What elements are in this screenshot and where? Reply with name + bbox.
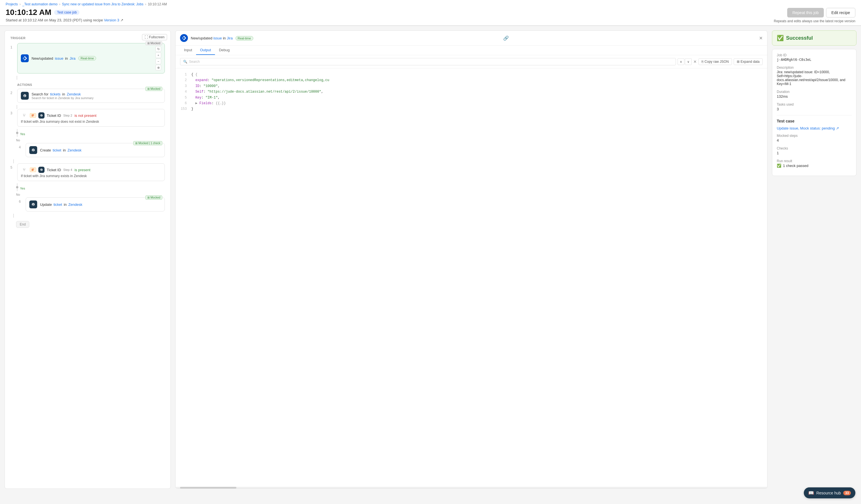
mocked-steps-value: 4 (777, 138, 852, 142)
step-4-number: 4 (19, 145, 23, 149)
breadcrumb-projects[interactable]: Projects (5, 2, 18, 6)
header-buttons: Repeat this job Edit recipe (787, 8, 856, 17)
no-label-4: No (16, 139, 20, 142)
step-1-mocked: ⊞ Mocked (145, 41, 162, 45)
step-6-zendesk-icon: Z (29, 200, 37, 208)
svg-text:Z: Z (24, 95, 26, 97)
checks-row: Checks 1 (777, 146, 852, 155)
job-id-row: Job ID j-AHDRgkt6-C8s3eL (777, 53, 852, 62)
output-header: New/updated issue in Jira Real-time 🔗 ✕ (176, 31, 767, 46)
breadcrumb-demo[interactable]: _Test automation demo (22, 2, 57, 6)
version-link[interactable]: Version 3 (104, 18, 119, 22)
resource-hub[interactable]: 📖 Resource hub 33 (804, 487, 856, 493)
code-line-6: 6 ▶ Fields: {{…}} (180, 100, 763, 106)
step-2-mocked: ⊞ Mocked (145, 87, 162, 91)
code-line-153: 153 } (180, 106, 763, 112)
step-1-target[interactable]: ⊕ (155, 65, 161, 70)
divider (777, 115, 852, 115)
test-case-title: Test case (777, 119, 852, 123)
svg-text:Z: Z (32, 203, 34, 206)
tab-input[interactable]: Input (180, 46, 196, 55)
step-3-card[interactable]: ⑂ IF Z Ticket ID Step 2 is not present I… (17, 109, 165, 127)
search-clear-button[interactable]: ✕ (693, 59, 697, 64)
step-1-controls: ↻ + − ⊕ (155, 46, 161, 70)
step-2-row: 2 ⊞ Mocked Z Search for (11, 89, 165, 103)
step-3-fork-icon: ⑂ (21, 112, 28, 119)
job-badge: Test case job (54, 10, 80, 15)
header-left: 10:10:12 AM Test case job Started at 10:… (5, 8, 123, 22)
search-field-wrapper[interactable]: 🔍 Search (180, 58, 676, 65)
started-text: Started at 10:10:12 AM on May 23, 2023 (… (5, 18, 123, 22)
description-value: Jira: new/updated issue: ID=10000, Self=… (777, 70, 852, 86)
end-box: End (16, 221, 29, 228)
step-1-card[interactable]: ⊞ Mocked New/updated issue in Jira (17, 43, 165, 73)
step-6-row: 6 ⊞ Mocked Z Update ticket in Zendesk (19, 197, 165, 211)
step-1-number: 1 (11, 45, 15, 49)
check-pass-icon: ✅ (777, 164, 781, 168)
output-close-button[interactable]: ✕ (759, 36, 763, 41)
mocked-steps-row: Mocked steps 4 (777, 134, 852, 142)
no-step6: No (16, 193, 165, 196)
main-content: ⛶ Fullscreen TRIGGER 1 ⊞ Mocked (0, 26, 861, 493)
job-id-value: j-AHDRgkt6-C8s3eL (777, 58, 852, 62)
header-right: Repeat this job Edit recipe Repeats and … (774, 8, 856, 23)
step-4-card[interactable]: ⊞ Mocked | 1 check Z Create ticket in Ze… (26, 143, 165, 157)
tab-output[interactable]: Output (196, 46, 215, 55)
scroll-thumb (180, 487, 236, 489)
step-5-card[interactable]: ⑂ IF Z Ticket ID Step 4 is present If ti… (17, 163, 165, 181)
test-case-link[interactable]: Update issue, Mock status: pending ↗ (777, 126, 852, 130)
search-prev[interactable]: ∧ (678, 58, 684, 65)
actions-header: ACTIONS (17, 83, 165, 86)
step-1-row: 1 ⊞ Mocked New/updated issue in (11, 43, 165, 73)
step-2-card[interactable]: ⊞ Mocked Z Search for tickets (17, 89, 165, 103)
search-next[interactable]: ∨ (685, 58, 692, 65)
step-4-row: 4 ⊞ Mocked | 1 check Z Create ticket in … (19, 143, 165, 157)
step-4-mocked: ⊞ Mocked | 1 check (133, 141, 162, 145)
step-1-refresh[interactable]: ↻ (155, 46, 161, 52)
step-5-number: 5 (11, 166, 15, 169)
step-3-zendesk-icon: Z (38, 112, 44, 118)
run-result: ✅ 1 check passed (777, 164, 852, 168)
yes-label: Yes (20, 132, 25, 136)
run-result-row: Run result ✅ 1 check passed (777, 159, 852, 168)
output-title: New/updated issue in Jira Real-time (191, 36, 253, 40)
realtime-badge: Real-time (78, 56, 96, 60)
step-1-name-row: New/updated issue in Jira Real-time (31, 56, 96, 60)
step-5-row: 5 ⑂ IF Z Ticket ID Step 4 is present If … (11, 163, 165, 181)
code-line-5: 5 Key: "IM-1", (180, 95, 763, 100)
expand-data-button[interactable]: ⊞ Expand data (734, 58, 763, 65)
step-6-mocked: ⊞ Mocked (145, 195, 162, 200)
no-label-6: No (16, 193, 20, 196)
checks-value: 1 (777, 151, 852, 155)
code-line-3: 3 ID: "10000", (180, 83, 763, 89)
step-6-number: 6 (19, 200, 23, 204)
step-2-number: 2 (11, 91, 15, 95)
tab-debug[interactable]: Debug (215, 46, 234, 55)
workflow-panel: ⛶ Fullscreen TRIGGER 1 ⊞ Mocked (4, 30, 171, 489)
step-3-number: 3 (11, 111, 15, 115)
breadcrumb: Projects › _Test automation demo › Sync … (5, 2, 856, 6)
edit-recipe-button[interactable]: Edit recipe (826, 8, 856, 17)
details-card: Job ID j-AHDRgkt6-C8s3eL Description Jir… (772, 49, 857, 176)
breadcrumb-recipe[interactable]: Sync new or updated issue from Jira to Z… (62, 2, 144, 6)
book-icon: 📖 (808, 490, 814, 493)
repeat-job-button[interactable]: Repeat this job (787, 8, 823, 17)
breadcrumb-time: 10:10:12 AM (148, 2, 167, 6)
tasks-value: 3 (777, 107, 852, 111)
copy-json-button[interactable]: ⎘ Copy raw JSON (698, 58, 732, 65)
step-1-minus[interactable]: − (155, 59, 161, 64)
step-3-row: 3 ⑂ IF Z Ticket ID Step 2 is not present… (11, 109, 165, 127)
scrollbar[interactable] (176, 487, 767, 489)
check-circle-icon: ✅ (777, 34, 784, 41)
repeat-note: Repeats and edits always use the latest … (774, 19, 856, 23)
step-6-card[interactable]: ⊞ Mocked Z Update ticket in Zendesk (26, 197, 165, 211)
trigger-header: TRIGGER (11, 36, 165, 40)
realtime-label: Real-time (235, 36, 253, 41)
step-1-plus[interactable]: + (155, 52, 161, 58)
fullscreen-button[interactable]: ⛶ Fullscreen (142, 34, 167, 40)
output-link-button[interactable]: 🔗 (503, 36, 509, 41)
resource-count-badge: 33 (843, 491, 851, 493)
tasks-row: Tasks used 3 (777, 102, 852, 111)
code-line-2: 2 expand: "operations,versionedRepresent… (180, 78, 763, 83)
status-card: ✅ Successful (772, 30, 857, 46)
